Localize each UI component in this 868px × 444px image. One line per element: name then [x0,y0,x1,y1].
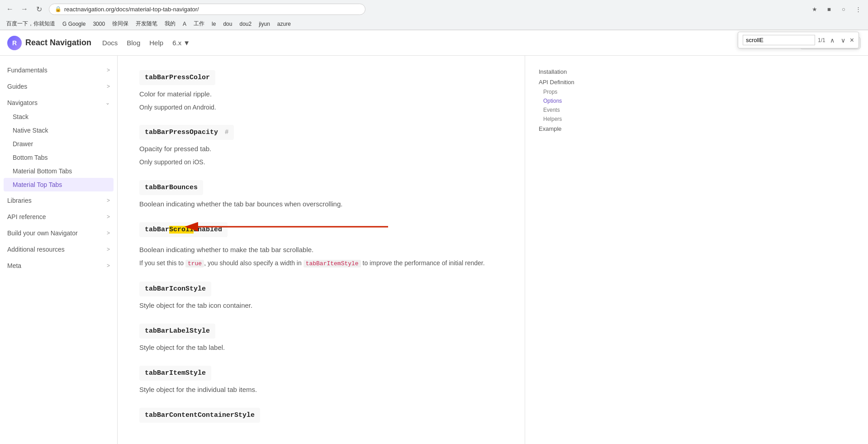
forward-button[interactable]: → [18,3,31,15]
bookmark-a[interactable]: A [180,20,189,28]
find-bar: 1/1 ∧ ∨ × [738,32,859,48]
version-chevron-icon: ▼ [183,39,190,47]
toc-events[interactable]: Events [532,105,617,115]
sidebar-header-additional-resources[interactable]: Additional resources > [0,242,117,257]
sidebar-item-stack[interactable]: Stack [0,110,117,124]
version-selector[interactable]: 6.x ▼ [172,39,190,47]
sidebar-item-native-stack[interactable]: Native Stack [0,124,117,137]
browser-toolbar: ← → ↻ 🔒 reactnavigation.org/docs/materia… [0,0,868,18]
chevron-right-icon: > [107,214,110,220]
reload-button[interactable]: ↻ [33,3,45,15]
bookmark-xutongbao[interactable]: 徐同保 [109,19,131,29]
sidebar-header-navigators[interactable]: Navigators ⌄ [0,95,117,110]
find-prev-button[interactable]: ∧ [828,36,836,45]
bookmark-azure[interactable]: azure [275,20,294,28]
sidebar-item-material-bottom-tabs[interactable]: Material Bottom Tabs [0,164,117,178]
code-true: true [185,260,204,267]
arrow-container: tabBarScrollEnabled [139,222,503,241]
sidebar-item-drawer[interactable]: Drawer [0,137,117,151]
toc-api-definition[interactable]: API Definition [532,77,617,87]
prop-tabBarBounces: tabBarBounces [139,180,203,195]
sidebar-item-bottom-tabs[interactable]: Bottom Tabs [0,151,117,164]
desc-tabBarIconStyle: Style object for the tab icon container. [139,300,503,311]
find-close-button[interactable]: × [850,36,854,44]
site-name: React Navigation [25,38,91,48]
sidebar-section-libraries: Libraries > [0,193,117,208]
chevron-down-icon: ⌄ [105,100,110,106]
blog-link[interactable]: Blog [127,39,140,47]
browser-chrome: ← → ↻ 🔒 reactnavigation.org/docs/materia… [0,0,868,30]
sidebar-header-meta[interactable]: Meta > [0,258,117,273]
toc-options[interactable]: Options [532,96,617,105]
desc-tabBarPressOpacity: Opacity for pressed tab. [139,143,503,154]
sidebar-header-build-own[interactable]: Build your own Navigator > [0,226,117,240]
browser-actions: ★ ■ ○ ⋮ [808,3,864,15]
toc-example[interactable]: Example [532,124,617,134]
toc-installation[interactable]: Installation [532,67,617,77]
address-bar[interactable]: 🔒 reactnavigation.org/docs/material-top-… [49,4,365,15]
bookmark-star-button[interactable]: ★ [808,3,821,15]
chevron-right-icon: > [107,230,110,236]
bookmark-kaifasuibi[interactable]: 开发随笔 [133,19,160,29]
sidebar-section-guides: Guides > [0,79,117,94]
docs-link[interactable]: Docs [102,39,118,47]
note-tabBarPressOpacity: Only supported on iOS. [139,157,503,167]
prop-tabBarPressOpacity: tabBarPressOpacity # [139,125,234,140]
prop-tabBarLabelStyle: tabBarLabelStyle [139,324,215,339]
menu-button[interactable]: ⋮ [852,3,864,15]
bookmark-jiyun[interactable]: jiyun [256,20,273,28]
bookmark-dou[interactable]: dou [220,20,235,28]
chevron-right-icon: > [107,246,110,253]
content-wrapper: tabBarPressColor Color for material ripp… [118,56,868,444]
bookmark-gongzuo[interactable]: 工作 [191,19,207,29]
sidebar-section-build-own: Build your own Navigator > [0,226,117,240]
find-count: 1/1 [818,37,825,43]
find-next-button[interactable]: ∨ [839,36,847,45]
logo-circle: R [7,36,22,50]
red-arrow-annotation [194,218,397,236]
toc-props[interactable]: Props [532,87,617,96]
help-link[interactable]: Help [149,39,163,47]
bookmark-dou2[interactable]: dou2 [237,20,254,28]
note-tabBarPressColor: Only supported on Android. [139,102,503,112]
desc-tabBarLabelStyle: Style object for the tab label. [139,342,503,353]
lock-icon: 🔒 [55,6,62,12]
toc-helpers[interactable]: Helpers [532,115,617,124]
sidebar-section-api-reference: API reference > [0,210,117,224]
section-tabBarPressColor: tabBarPressColor Color for material ripp… [139,70,503,112]
logo-letter: R [12,39,17,47]
bookmark-le[interactable]: le [209,20,218,28]
sidebar-item-material-top-tabs[interactable]: Material Top Tabs [4,178,114,191]
section-tabBarContentContainerStyle: tabBarContentContainerStyle [139,408,503,426]
bookmarks-bar: 百度一下，你就知道 G Google 3000 徐同保 开发随笔 我的 A 工作… [0,18,868,30]
hash-link-tabBarPressOpacity[interactable]: # [225,129,228,136]
site-logo[interactable]: R React Navigation [7,36,91,50]
back-button[interactable]: ← [4,3,16,15]
prop-tabBarItemStyle: tabBarItemStyle [139,366,211,381]
sidebar-header-libraries[interactable]: Libraries > [0,193,117,208]
nav-buttons: ← → ↻ [4,3,45,15]
find-input[interactable] [743,35,815,45]
code-tabBarItemStyle: tabBarItemStyle [304,260,361,267]
sidebar-section-additional-resources: Additional resources > [0,242,117,257]
bookmark-3000[interactable]: 3000 [90,20,108,28]
chevron-right-icon: > [107,83,110,90]
prop-tabBarIconStyle: tabBarIconStyle [139,282,211,296]
url-text: reactnavigation.org/docs/material-top-ta… [64,6,199,13]
bookmark-google[interactable]: G Google [60,20,88,28]
sidebar-header-guides[interactable]: Guides > [0,79,117,94]
profile-button[interactable]: ○ [837,3,850,15]
prop-tabBarPressColor: tabBarPressColor [139,70,215,85]
section-tabBarScrollEnabled: tabBarScrollEnabled Boolean indicating w… [139,222,503,269]
page-container: Fundamentals > Guides > Navigators ⌄ Sta… [0,56,868,444]
section-tabBarBounces: tabBarBounces Boolean indicating whether… [139,180,503,210]
right-toc: Installation API Definition Props Option… [525,56,624,444]
sidebar-header-api-reference[interactable]: API reference > [0,210,117,224]
extensions-button[interactable]: ■ [823,3,835,15]
section-tabBarItemStyle: tabBarItemStyle Style object for the ind… [139,366,503,395]
sidebar-header-fundamentals[interactable]: Fundamentals > [0,63,117,77]
bookmark-wode[interactable]: 我的 [162,19,178,29]
chevron-right-icon: > [107,67,110,73]
bookmark-baidu[interactable]: 百度一下，你就知道 [4,19,58,29]
chevron-right-icon: > [107,263,110,269]
